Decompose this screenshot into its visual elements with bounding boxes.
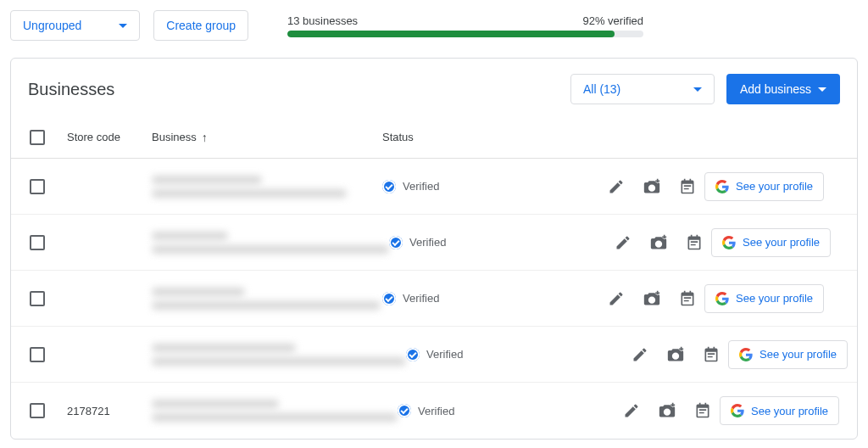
row-checkbox[interactable]	[30, 403, 45, 418]
select-all-checkbox[interactable]	[30, 130, 45, 145]
verification-progress: 13 businesses 92% verified	[287, 14, 643, 37]
add-post-icon[interactable]	[686, 234, 703, 251]
see-profile-label: See your profile	[751, 405, 828, 417]
add-photo-icon[interactable]	[659, 402, 676, 419]
column-business[interactable]: Business	[152, 131, 382, 144]
google-logo-icon	[731, 404, 744, 417]
chevron-down-icon	[693, 87, 702, 92]
chevron-down-icon	[818, 87, 826, 92]
google-logo-icon	[722, 236, 736, 249]
status-label: Verified	[409, 236, 446, 249]
store-code: 2178721	[67, 405, 152, 417]
business-name-redacted	[152, 176, 382, 198]
status-cell: Verified	[389, 236, 542, 249]
businesses-card: Businesses All (13) Add business Store c…	[10, 58, 858, 440]
table-row: 2178721 Verified	[11, 383, 857, 439]
add-business-button[interactable]: Add business	[726, 74, 840, 104]
card-title: Businesses	[28, 80, 570, 99]
row-checkbox[interactable]	[30, 179, 45, 194]
edit-icon[interactable]	[608, 290, 625, 307]
google-logo-icon	[715, 180, 729, 193]
column-store-code[interactable]: Store code	[67, 131, 152, 143]
status-cell: Verified	[382, 180, 535, 193]
table-row: Verified See your profile	[11, 159, 857, 215]
add-post-icon[interactable]	[703, 346, 720, 363]
add-photo-icon[interactable]	[650, 234, 667, 251]
business-name-redacted	[152, 400, 398, 422]
add-photo-icon[interactable]	[643, 178, 660, 195]
see-profile-button[interactable]: See your profile	[728, 340, 848, 369]
status-cell: Verified	[382, 292, 535, 305]
business-name-redacted	[152, 288, 382, 310]
see-profile-label: See your profile	[736, 292, 813, 305]
group-dropdown-label: Ungrouped	[23, 19, 81, 32]
see-profile-label: See your profile	[743, 236, 820, 249]
progress-count: 13 businesses	[287, 14, 358, 27]
filter-dropdown[interactable]: All (13)	[570, 74, 715, 104]
see-profile-label: See your profile	[736, 180, 813, 193]
progress-verified: 92% verified	[582, 14, 643, 27]
business-name-redacted	[152, 232, 389, 254]
edit-icon[interactable]	[608, 178, 625, 195]
add-post-icon[interactable]	[679, 178, 696, 195]
verified-badge-icon	[389, 236, 403, 249]
verified-badge-icon	[406, 348, 420, 361]
row-checkbox[interactable]	[30, 235, 45, 250]
sort-ascending-icon	[202, 131, 208, 144]
chevron-down-icon	[119, 24, 127, 28]
progress-fill	[287, 31, 615, 37]
table-row: Verified See your profile	[11, 271, 857, 327]
add-photo-icon[interactable]	[643, 290, 660, 307]
see-profile-button[interactable]: See your profile	[704, 284, 824, 313]
table-row: Verified See your profile	[11, 215, 857, 271]
status-label: Verified	[403, 180, 439, 193]
status-label: Verified	[418, 405, 454, 417]
business-name-redacted	[152, 344, 406, 366]
google-logo-icon	[739, 348, 753, 361]
table-row: Verified See your profile	[11, 327, 857, 383]
status-label: Verified	[426, 348, 463, 361]
table-header: Store code Business Status	[11, 116, 857, 159]
see-profile-label: See your profile	[760, 348, 837, 361]
see-profile-button[interactable]: See your profile	[704, 172, 824, 201]
add-post-icon[interactable]	[679, 290, 696, 307]
group-dropdown[interactable]: Ungrouped	[10, 10, 140, 41]
row-checkbox[interactable]	[30, 347, 45, 362]
add-photo-icon[interactable]	[667, 346, 684, 363]
see-profile-button[interactable]: See your profile	[720, 396, 839, 425]
column-status[interactable]: Status	[382, 131, 535, 143]
edit-icon[interactable]	[632, 346, 648, 363]
verified-badge-icon	[382, 180, 396, 193]
create-group-button[interactable]: Create group	[153, 10, 248, 41]
status-cell: Verified	[406, 348, 559, 361]
google-logo-icon	[715, 292, 729, 305]
status-cell: Verified	[398, 404, 550, 417]
see-profile-button[interactable]: See your profile	[711, 228, 831, 257]
edit-icon[interactable]	[615, 234, 632, 251]
status-label: Verified	[403, 292, 439, 305]
verified-badge-icon	[382, 292, 396, 305]
row-checkbox[interactable]	[30, 291, 45, 306]
edit-icon[interactable]	[623, 402, 640, 419]
progress-bar	[287, 31, 643, 37]
verified-badge-icon	[398, 404, 411, 417]
add-post-icon[interactable]	[694, 402, 711, 419]
